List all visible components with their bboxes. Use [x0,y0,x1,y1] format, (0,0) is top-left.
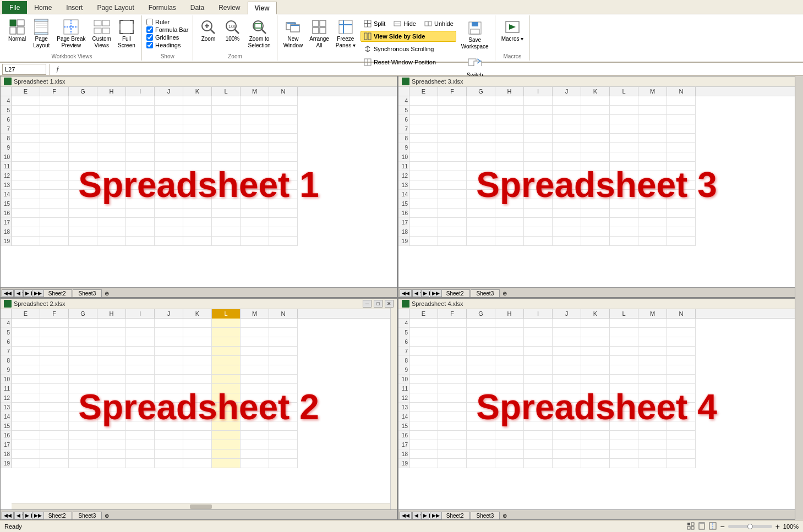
grid-cell[interactable] [269,96,298,106]
grid-cell[interactable] [581,199,610,209]
grid-cell[interactable] [212,449,241,459]
grid-cell[interactable] [183,347,212,356]
grid-cell[interactable] [12,115,40,124]
grid-cell[interactable] [409,403,438,412]
grid-cell[interactable] [495,337,524,347]
grid-cell[interactable] [524,134,553,143]
grid-cell[interactable] [409,328,438,337]
grid-cell[interactable] [553,440,581,449]
grid-cell[interactable] [524,393,553,403]
grid-cell[interactable] [212,337,241,347]
grid-cell[interactable] [524,403,553,412]
grid-cell[interactable] [581,403,610,412]
grid-cell[interactable] [610,227,638,237]
grid-cell[interactable] [438,227,467,237]
grid-cell[interactable] [269,459,298,468]
macros-button[interactable]: Macros ▾ [499,17,527,44]
grid-cell[interactable] [524,337,553,347]
grid-cell[interactable] [667,337,696,347]
grid-cell[interactable] [524,190,553,199]
ss4-sheet2-tab[interactable]: Sheet2 [440,512,470,519]
grid-cell[interactable] [438,115,467,124]
grid-cell[interactable] [495,449,524,459]
grid-cell[interactable] [581,96,610,106]
grid-cell[interactable] [667,328,696,337]
grid-cell[interactable] [467,421,495,431]
grid-cell[interactable] [553,115,581,124]
grid-cell[interactable] [12,356,40,365]
grid-cell[interactable] [438,143,467,152]
tab-home[interactable]: Home [27,1,59,14]
grid-cell[interactable] [438,162,467,171]
grid-cell[interactable] [638,337,667,347]
grid-cell[interactable] [409,431,438,440]
grid-cell[interactable] [524,328,553,337]
grid-cell[interactable] [467,328,495,337]
grid-cell[interactable] [212,328,241,337]
grid-cell[interactable] [97,237,126,246]
grid-cell[interactable] [467,459,495,468]
grid-cell[interactable] [524,365,553,375]
grid-cell[interactable] [495,190,524,199]
grid-cell[interactable] [409,384,438,393]
grid-cell[interactable] [667,384,696,393]
grid-cell[interactable] [183,180,212,190]
grid-cell[interactable] [126,421,155,431]
grid-cell[interactable] [581,124,610,134]
grid-cell[interactable] [553,190,581,199]
grid-cell[interactable] [97,152,126,162]
grid-cell[interactable] [638,356,667,365]
grid-cell[interactable] [269,115,298,124]
tab-view[interactable]: View [248,2,277,14]
grid-cell[interactable] [12,199,40,209]
grid-cell[interactable] [155,337,183,347]
grid-cell[interactable] [553,356,581,365]
grid-cell[interactable] [269,124,298,134]
grid-cell[interactable] [467,171,495,180]
grid-cell[interactable] [241,180,269,190]
grid-cell[interactable] [126,384,155,393]
formula-input[interactable] [64,66,801,73]
grid-cell[interactable] [667,421,696,431]
grid-cell[interactable] [553,106,581,115]
grid-cell[interactable] [638,365,667,375]
grid-cell[interactable] [610,319,638,328]
grid-cell[interactable] [467,440,495,449]
grid-cell[interactable] [155,180,183,190]
grid-cell[interactable] [438,319,467,328]
grid-cell[interactable] [467,106,495,115]
grid-cell[interactable] [97,115,126,124]
grid-cell[interactable] [12,384,40,393]
grid-cell[interactable] [155,393,183,403]
grid-cell[interactable] [155,162,183,171]
grid-cell[interactable] [495,459,524,468]
grid-cell[interactable] [409,190,438,199]
grid-cell[interactable] [69,412,97,421]
grid-cell[interactable] [212,393,241,403]
grid-cell[interactable] [581,319,610,328]
grid-cell[interactable] [69,152,97,162]
grid-cell[interactable] [467,162,495,171]
grid-cell[interactable] [69,421,97,431]
grid-cell[interactable] [212,143,241,152]
ss2-nav-next[interactable]: ▶ [23,512,31,519]
grid-cell[interactable] [467,218,495,227]
grid-cell[interactable] [97,209,126,218]
grid-cell[interactable] [553,237,581,246]
grid-cell[interactable] [638,375,667,384]
grid-cell[interactable] [467,227,495,237]
custom-views-button[interactable]: CustomViews [90,17,114,51]
grid-cell[interactable] [69,393,97,403]
grid-cell[interactable] [241,403,269,412]
grid-cell[interactable] [581,440,610,449]
grid-cell[interactable] [155,227,183,237]
grid-cell[interactable] [610,440,638,449]
grid-cell[interactable] [269,440,298,449]
grid-cell[interactable] [126,375,155,384]
grid-cell[interactable] [467,124,495,134]
grid-cell[interactable] [12,459,40,468]
grid-cell[interactable] [12,412,40,421]
grid-cell[interactable] [126,393,155,403]
grid-cell[interactable] [126,115,155,124]
grid-cell[interactable] [409,375,438,384]
